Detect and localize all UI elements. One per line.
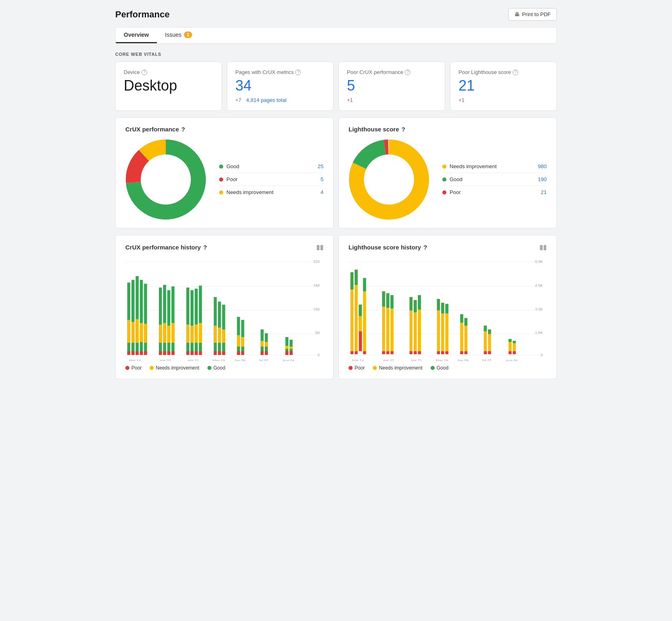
svg-rect-141 [445,304,448,313]
lighthouse-history-legend: Poor Needs improvement Good [349,365,547,371]
lighthouse-donut-svg [349,139,429,220]
print-icon: 🖶 [514,11,520,17]
svg-rect-80 [265,351,268,355]
svg-rect-105 [351,272,354,289]
pages-crux-total-link[interactable]: 4,814 pages total [246,97,287,103]
crux-good-dot [219,165,223,169]
svg-rect-21 [127,283,131,355]
print-button[interactable]: 🖶 Print to PDF [508,8,557,21]
poor-lighthouse-card: Poor Lighthouse score ? 21 +1 [450,61,557,111]
crux-history-help-icon[interactable]: ? [203,244,207,251]
poor-crux-label: Poor CrUX performance ? [347,69,437,75]
donut-charts-row: CrUX performance ? [115,117,557,228]
svg-rect-52 [190,325,194,342]
svg-text:80: 80 [315,330,319,335]
pages-crux-change: +7 [235,97,241,103]
svg-rect-124 [391,351,394,354]
lh-legend-poor: Poor 21 [442,186,547,199]
crux-legend-good: Good 25 [219,160,323,173]
svg-rect-147 [464,318,467,325]
svg-rect-32 [140,351,143,355]
page-header: Performance 🖶 Print to PDF [115,8,557,21]
lh-hist-good-dot [431,366,435,370]
lighthouse-history-chart-icon[interactable]: ▮▮ [539,243,547,251]
tab-issues[interactable]: Issues 1 [157,27,200,43]
issues-badge: 1 [184,32,192,38]
lighthouse-donut-help-icon[interactable]: ? [402,126,405,133]
svg-rect-118 [382,351,385,354]
crux-history-card: CrUX performance history ? ▮▮ 320 240 16… [115,235,334,379]
svg-text:6.0K: 6.0K [535,259,543,264]
pages-crux-help-icon[interactable]: ? [295,70,301,75]
svg-rect-68 [222,351,225,355]
device-help-icon[interactable]: ? [142,70,147,75]
svg-text:Aug 04: Aug 04 [282,358,294,361]
svg-rect-53 [190,351,194,355]
svg-rect-36 [159,287,162,355]
crux-bar-svg: 320 240 160 80 0 [125,256,323,361]
crux-history-chart-icon[interactable]: ▮▮ [316,243,323,251]
svg-text:Jul 07: Jul 07 [482,358,492,361]
pages-crux-label: Pages with CrUX metrics ? [235,69,325,75]
svg-text:Jul 07: Jul 07 [258,358,268,361]
lh-poor-dot [442,190,446,194]
svg-rect-114 [363,278,366,291]
svg-rect-126 [410,297,413,310]
svg-rect-39 [163,285,166,355]
svg-rect-24 [131,280,135,355]
svg-rect-129 [414,300,417,312]
lh-hist-poor-legend: Poor [349,365,365,371]
poor-lighthouse-label: Poor Lighthouse score ? [459,69,548,75]
tab-overview[interactable]: Overview [116,27,157,43]
svg-rect-108 [355,269,358,285]
svg-rect-85 [290,346,293,349]
lighthouse-donut-title: Lighthouse score ? [349,126,547,133]
svg-rect-135 [437,299,440,310]
svg-rect-54 [195,289,198,355]
crux-hist-poor-legend: Poor [125,365,142,371]
crux-hist-good-dot [207,366,211,370]
crux-needs-dot [219,190,223,194]
page-title: Performance [115,9,170,20]
poor-crux-card: Poor CrUX performance ? 5 +1 [338,61,445,111]
poor-crux-help-icon[interactable]: ? [405,70,410,75]
crux-donut-help-icon[interactable]: ? [182,126,185,133]
device-value: Desktop [124,78,213,94]
svg-rect-139 [441,351,444,354]
lh-legend-good: Good 190 [442,173,547,186]
history-charts-row: CrUX performance history ? ▮▮ 320 240 16… [115,235,557,379]
svg-rect-49 [186,324,190,342]
svg-rect-117 [382,291,385,306]
svg-rect-45 [171,286,175,355]
svg-text:Jun 09: Jun 09 [234,358,245,361]
svg-rect-37 [159,324,162,342]
svg-rect-42 [167,290,171,355]
svg-rect-46 [171,323,175,342]
crux-history-legend: Poor Needs improvement Good [125,365,323,371]
poor-lighthouse-help-icon[interactable]: ? [513,70,518,75]
svg-rect-144 [460,314,463,323]
svg-rect-136 [437,351,440,354]
svg-rect-71 [237,351,240,355]
svg-text:Apr 07: Apr 07 [383,358,394,361]
svg-rect-56 [195,351,198,355]
svg-rect-109 [355,351,358,354]
crux-hist-needs-dot [150,366,154,370]
svg-rect-153 [488,329,491,334]
device-card: Device ? Desktop [115,61,222,111]
crux-donut-legend: Good 25 Poor 5 Needs i [219,160,323,199]
svg-rect-121 [386,351,389,354]
svg-rect-29 [135,351,139,355]
svg-rect-133 [418,351,421,354]
svg-rect-62 [214,351,217,355]
lighthouse-history-help-icon[interactable]: ? [423,244,427,251]
svg-rect-40 [163,323,166,342]
svg-rect-22 [127,320,131,343]
svg-rect-64 [218,327,221,343]
tabs-bar: Overview Issues 1 [115,27,557,44]
lighthouse-donut-legend: Needs improvement 980 Good 190 [442,160,547,199]
lh-hist-needs-legend: Needs improvement [373,365,422,371]
svg-rect-30 [140,280,143,355]
svg-rect-157 [509,351,512,354]
poor-lighthouse-sub: +1 [459,97,548,103]
